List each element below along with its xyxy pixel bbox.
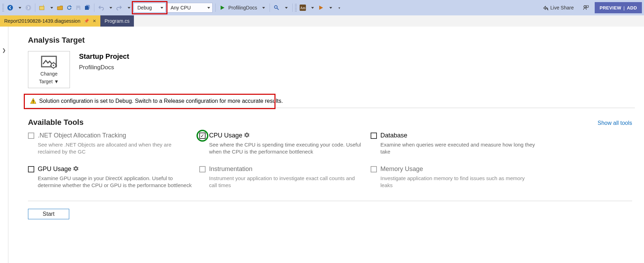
live-share-label: Live Share [549,5,575,10]
warning-text: Solution configuration is set to Debug. … [39,98,283,104]
config-warning: Solution configuration is set to Debug. … [26,95,635,108]
tool-instrumentation: InstrumentationInstrument your applicati… [199,165,364,189]
change-target-line1: Change [40,71,57,77]
analysis-target-heading: Analysis Target [28,36,644,45]
divider [28,201,632,201]
solution-platform-combo[interactable]: Any CPU [167,3,213,13]
tool-title: .NET Object Allocation Tracking [38,132,126,139]
am-tool-dropdown[interactable] [307,2,316,13]
tool-cpu-usage: ✓CPU UsageSee where the CPU is spending … [199,132,364,156]
redo-dropdown[interactable] [124,2,133,13]
grip-icon[interactable] [295,3,297,12]
tool-checkbox [371,166,377,172]
warning-icon [30,98,36,104]
tool-description: Examine when queries were executed and m… [380,141,535,156]
tool-title: Database [380,132,407,139]
play-orange-button[interactable] [316,2,325,13]
refresh-icon[interactable] [65,2,74,13]
tool-title: Instrumentation [209,165,252,173]
chevron-down-icon [160,7,163,9]
live-share-button[interactable]: Live Share [541,2,577,13]
svg-point-7 [584,6,586,8]
tool-title: CPU Usage [209,132,242,139]
side-gutter: ❯ [0,27,8,263]
tool-checkbox[interactable] [28,166,34,172]
expand-panel-icon[interactable]: ❯ [2,48,6,263]
close-icon[interactable]: ✕ [93,19,96,23]
tool-checkbox[interactable] [371,133,377,139]
play-orange-dropdown[interactable] [325,2,335,13]
nav-back-button[interactable] [6,2,15,13]
gear-icon[interactable] [73,166,78,172]
toolbar-overflow[interactable]: ▾ [335,2,344,13]
tool-checkbox[interactable]: ✓ [199,133,206,139]
tools-grid: .NET Object Allocation TrackingSee where… [28,132,644,189]
tool-description: See where the CPU is spending time execu… [209,141,364,156]
nav-forward-button[interactable] [24,2,33,13]
start-debugging-button[interactable] [218,2,227,13]
target-image-icon [41,56,57,69]
tab-program-cs[interactable]: Program.cs [100,15,134,27]
new-project-button[interactable] [37,2,46,13]
tool-description: Investigate application memory to find i… [380,175,535,189]
available-tools-heading: Available Tools [28,118,84,127]
startup-project-name: ProfilingDocs [79,64,129,71]
find-dropdown[interactable] [281,2,290,13]
start-button[interactable]: Start [28,209,69,219]
tool-description: See where .NET Objects are allocated and… [38,141,192,156]
preview-secondary: ADD [627,5,637,10]
undo-button[interactable] [96,2,106,13]
svg-text:Am: Am [300,6,306,10]
svg-point-0 [7,5,13,10]
tab-label: Program.cs [105,18,130,24]
tool-net-alloc: .NET Object Allocation TrackingSee where… [28,132,192,156]
gear-icon[interactable] [244,133,249,138]
tool-checkbox [28,133,34,139]
change-target-tile[interactable]: Change Target ▼ [28,51,70,88]
start-target-dropdown[interactable] [258,2,267,13]
main-toolbar: Debug Any CPU ProfilingDocs Am ▾ Live Sh… [0,0,644,15]
pin-icon[interactable]: 📌 [84,19,89,23]
svg-rect-2 [40,6,44,10]
preview-button[interactable]: PREVIEW | ADD [595,2,642,13]
tab-label: Report20190828-1439.diagsession [4,18,80,24]
solution-config-combo[interactable]: Debug [134,3,166,13]
start-target-label[interactable]: ProfilingDocs [227,5,258,10]
undo-dropdown[interactable] [106,2,115,13]
chevron-down-icon [207,7,210,9]
svg-point-1 [26,5,31,10]
tool-description: Examine GPU usage in your DirectX applic… [38,175,192,189]
tool-database: DatabaseExamine when queries were execut… [371,132,535,156]
redo-button[interactable] [115,2,124,13]
startup-project-heading: Startup Project [79,52,129,61]
am-tool-button[interactable]: Am [298,2,307,13]
tool-gpu-usage: GPU UsageExamine GPU usage in your Direc… [28,165,192,189]
show-all-tools-link[interactable]: Show all tools [598,120,632,126]
preview-label: PREVIEW [600,5,621,10]
chevron-down-icon: ▼ [54,79,59,84]
change-target-line2: Target [39,79,53,84]
document-tab-strip: Report20190828-1439.diagsession 📌 ✕ Prog… [0,15,644,27]
find-in-files-button[interactable] [272,2,281,13]
svg-rect-11 [33,100,34,102]
solution-platform-text: Any CPU [171,5,191,10]
solution-config-text: Debug [137,5,152,10]
tool-description: Instrument your application to investiga… [209,175,364,189]
grip-icon[interactable] [2,3,4,12]
svg-rect-3 [77,8,79,10]
tool-title: Memory Usage [380,165,423,173]
svg-point-10 [53,65,54,66]
save-all-button[interactable] [83,2,92,13]
tool-memory-usage: Memory UsageInvestigate application memo… [371,165,535,189]
nav-back-dropdown[interactable] [15,2,24,13]
new-project-dropdown[interactable] [46,2,56,13]
svg-rect-12 [33,102,34,103]
svg-point-4 [274,6,277,8]
feedback-button[interactable] [581,2,591,13]
tool-checkbox [199,166,206,172]
save-button[interactable] [74,2,83,13]
tool-title: GPU Usage [38,165,71,173]
annotation-highlight [196,130,208,142]
open-file-button[interactable] [56,2,65,13]
tab-diagsession[interactable]: Report20190828-1439.diagsession 📌 ✕ [0,15,100,27]
